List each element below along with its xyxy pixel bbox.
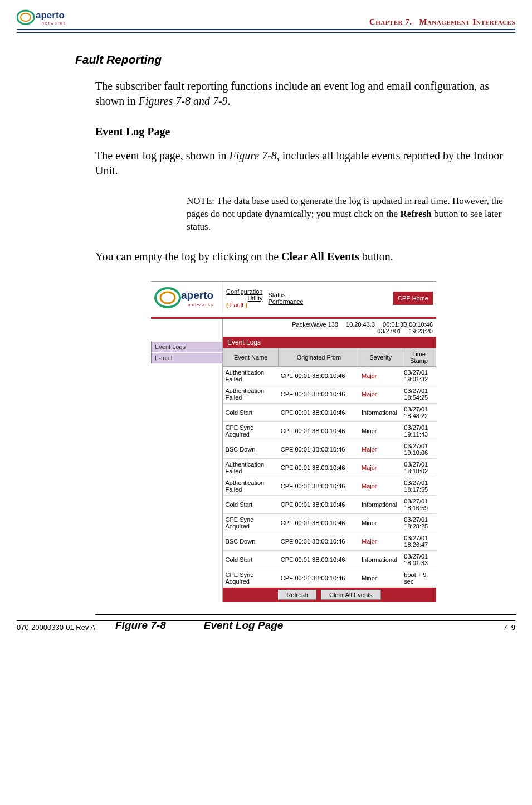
cell-severity: Major: [359, 366, 402, 385]
fig-aperto-logo: aperto networks: [151, 282, 223, 314]
device-info-line-1: PacketWave 130 10.20.43.3 00:01:3B:00:10…: [223, 319, 436, 328]
cell-severity: Major: [359, 477, 402, 495]
table-row: CPE Sync AcquiredCPE 00:01:3B:00:10:46Mi…: [223, 513, 436, 532]
svg-text:aperto: aperto: [36, 10, 65, 21]
cell-originated-from: CPE 00:01:3B:00:10:46: [279, 421, 359, 440]
figure-wrap: aperto networks Configuration Utility ( …: [95, 281, 516, 632]
event-log-table: Event Name Originated From Severity Time…: [223, 348, 436, 588]
svg-point-1: [21, 13, 31, 21]
cell-severity: Minor: [359, 569, 402, 587]
clear-all-events-button[interactable]: Clear All Events: [321, 590, 381, 600]
fig-sidebar: Event Logs E-mail: [151, 319, 223, 602]
table-row: CPE Sync AcquiredCPE 00:01:3B:00:10:46Mi…: [223, 569, 436, 587]
svg-point-4: [155, 288, 180, 307]
cell-event-name: BSC Down: [223, 440, 279, 458]
table-row: Cold StartCPE 00:01:3B:00:10:46Informati…: [223, 550, 436, 569]
cell-originated-from: CPE 00:01:3B:00:10:46: [279, 513, 359, 532]
note-block: NOTE: The data base used to generate the…: [187, 195, 516, 234]
cell-time-stamp: 03/27/01 18:26:47: [402, 532, 436, 550]
event-logs-panel-title: Event Logs: [223, 337, 436, 348]
nav-status[interactable]: Status: [268, 292, 303, 298]
table-row: Authentication FailedCPE 00:01:3B:00:10:…: [223, 477, 436, 495]
svg-text:aperto: aperto: [181, 289, 213, 301]
cell-time-stamp: 03/27/01 19:01:32: [402, 366, 436, 385]
cell-originated-from: CPE 00:01:3B:00:10:46: [279, 385, 359, 403]
svg-point-0: [17, 11, 34, 24]
sidebar-item-event-logs[interactable]: Event Logs: [151, 341, 222, 352]
cell-time-stamp: 03/27/01 19:10:06: [402, 440, 436, 458]
cell-event-name: Cold Start: [223, 550, 279, 569]
fault-reporting-heading: Fault Reporting: [75, 53, 516, 66]
fig-main: PacketWave 130 10.20.43.3 00:01:3B:00:10…: [223, 319, 436, 602]
cell-event-name: CPE Sync Acquired: [223, 421, 279, 440]
footer-page-number: 7–9: [503, 623, 515, 632]
cell-originated-from: CPE 00:01:3B:00:10:46: [279, 495, 359, 513]
device-info-line-2: 03/27/01 19:23:20: [223, 328, 436, 337]
cell-severity: Minor: [359, 421, 402, 440]
cpe-home-button[interactable]: CPE Home: [393, 292, 433, 305]
event-log-heading: Event Log Page: [95, 125, 516, 138]
svg-text:networks: networks: [42, 21, 66, 25]
chapter-title: Chapter 7. Management Interfaces: [369, 17, 515, 27]
cell-originated-from: CPE 00:01:3B:00:10:46: [279, 403, 359, 421]
cell-time-stamp: 03/27/01 18:18:02: [402, 458, 436, 477]
svg-point-5: [160, 292, 175, 303]
col-event-name: Event Name: [223, 348, 279, 366]
table-row: Authentication FailedCPE 00:01:3B:00:10:…: [223, 385, 436, 403]
chapter-name: Management Interfaces: [419, 17, 515, 26]
nav-fault[interactable]: ( Fault ): [226, 302, 262, 308]
cell-time-stamp: 03/27/01 18:28:25: [402, 513, 436, 532]
nav-configuration[interactable]: Configuration: [226, 288, 262, 295]
cell-event-name: Authentication Failed: [223, 366, 279, 385]
event-log-screenshot: aperto networks Configuration Utility ( …: [151, 281, 436, 602]
cell-event-name: BSC Down: [223, 532, 279, 550]
cell-event-name: Authentication Failed: [223, 477, 279, 495]
button-row: Refresh Clear All Events: [223, 588, 436, 602]
nav-utility[interactable]: Utility: [248, 295, 263, 302]
fig-header: aperto networks Configuration Utility ( …: [151, 282, 436, 314]
cell-originated-from: CPE 00:01:3B:00:10:46: [279, 366, 359, 385]
sidebar-item-email[interactable]: E-mail: [151, 352, 222, 363]
cell-event-name: CPE Sync Acquired: [223, 513, 279, 532]
aperto-logo: aperto networks: [17, 8, 72, 27]
table-row: Authentication FailedCPE 00:01:3B:00:10:…: [223, 366, 436, 385]
cell-event-name: Authentication Failed: [223, 385, 279, 403]
table-row: BSC DownCPE 00:01:3B:00:10:46Major03/27/…: [223, 440, 436, 458]
cell-event-name: CPE Sync Acquired: [223, 569, 279, 587]
figure-rule: [95, 614, 516, 615]
cell-originated-from: CPE 00:01:3B:00:10:46: [279, 477, 359, 495]
event-log-paragraph: The event log page, shown in Figure 7-8,…: [95, 148, 516, 178]
cell-time-stamp: 03/27/01 18:17:55: [402, 477, 436, 495]
cell-severity: Major: [359, 385, 402, 403]
cell-time-stamp: 03/27/01 18:54:25: [402, 385, 436, 403]
refresh-button[interactable]: Refresh: [278, 590, 316, 600]
fig-separator: [151, 314, 436, 319]
cell-time-stamp: 03/27/01 18:48:22: [402, 403, 436, 421]
cell-event-name: Authentication Failed: [223, 458, 279, 477]
col-severity: Severity: [359, 348, 402, 366]
cell-originated-from: CPE 00:01:3B:00:10:46: [279, 550, 359, 569]
fig-body: Event Logs E-mail PacketWave 130 10.20.4…: [151, 319, 436, 602]
cell-severity: Major: [359, 458, 402, 477]
clear-paragraph: You can empty the log by clicking on the…: [95, 249, 516, 264]
table-row: Authentication FailedCPE 00:01:3B:00:10:…: [223, 458, 436, 477]
cell-severity: Informational: [359, 550, 402, 569]
cell-time-stamp: 03/27/01 19:11:43: [402, 421, 436, 440]
nav-performance[interactable]: Performance: [268, 298, 303, 305]
cell-time-stamp: boot + 9 sec: [402, 569, 436, 587]
cell-severity: Major: [359, 532, 402, 550]
intro-paragraph: The subscriber fault reporting functions…: [95, 79, 516, 109]
cell-time-stamp: 03/27/01 18:16:59: [402, 495, 436, 513]
table-row: Cold StartCPE 00:01:3B:00:10:46Informati…: [223, 495, 436, 513]
svg-text:networks: networks: [188, 302, 214, 307]
cell-originated-from: CPE 00:01:3B:00:10:46: [279, 569, 359, 587]
page-footer: 070-20000330-01 Rev A 7–9: [17, 620, 515, 632]
page: aperto networks Chapter 7. Management In…: [0, 0, 532, 643]
cell-severity: Major: [359, 440, 402, 458]
table-row: CPE Sync AcquiredCPE 00:01:3B:00:10:46Mi…: [223, 421, 436, 440]
col-time-stamp: Time Stamp: [402, 348, 436, 366]
cell-event-name: Cold Start: [223, 403, 279, 421]
cell-originated-from: CPE 00:01:3B:00:10:46: [279, 458, 359, 477]
cell-severity: Informational: [359, 403, 402, 421]
chapter-label: Chapter 7.: [369, 17, 412, 26]
